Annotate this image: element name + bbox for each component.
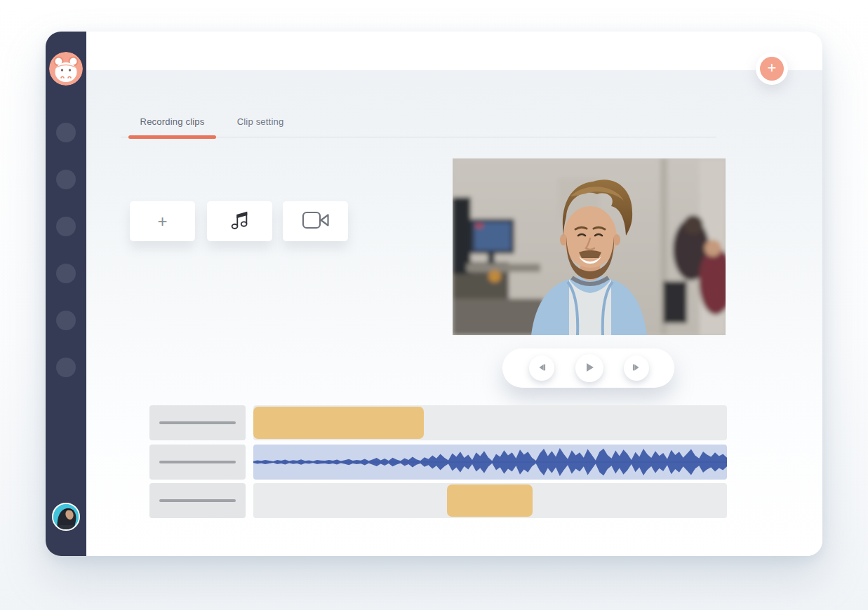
play-icon	[584, 362, 595, 375]
track-row-3	[149, 483, 727, 518]
main-panel: + Recording clips Clip setting +	[86, 32, 822, 556]
track-3-label	[149, 483, 246, 518]
sidebar-item-4[interactable]	[56, 264, 76, 283]
tab-clip-setting[interactable]: Clip setting	[223, 116, 298, 127]
music-note-icon	[230, 210, 250, 233]
sidebar-item-6[interactable]	[56, 358, 76, 377]
plus-icon: +	[157, 212, 167, 231]
track-row-1	[149, 405, 727, 440]
track-row-2	[149, 445, 727, 480]
user-avatar[interactable]	[52, 503, 80, 531]
track-label-placeholder	[159, 421, 236, 424]
sidebar-nav	[56, 123, 76, 405]
track-2-label	[149, 445, 246, 480]
track-1-label	[149, 405, 246, 440]
sidebar-item-5[interactable]	[56, 311, 76, 330]
app-window: { "colors": { "accent_orange": "#E8745C"…	[0, 0, 868, 610]
timeline-clip-video-1[interactable]	[253, 407, 424, 439]
plus-icon: +	[768, 57, 777, 79]
video-preview-image	[453, 158, 726, 335]
mascot-monkey-icon	[49, 52, 83, 86]
transport-bar	[502, 348, 674, 388]
track-label-placeholder	[159, 461, 236, 463]
sidebar-item-3[interactable]	[56, 217, 76, 236]
track-1-lane	[253, 405, 727, 440]
active-tab-underline	[128, 135, 216, 139]
header-bar	[86, 32, 822, 70]
sidebar-item-1[interactable]	[56, 123, 76, 142]
audio-waveform	[253, 445, 727, 480]
step-backward-icon	[537, 362, 547, 374]
step-backward-button[interactable]	[529, 355, 554, 381]
audio-waveform-clip[interactable]	[253, 445, 727, 480]
timeline-clip-video-2[interactable]	[447, 484, 533, 517]
step-forward-icon	[632, 362, 641, 374]
tab-recording-clips[interactable]: Recording clips	[128, 116, 216, 127]
add-video-button[interactable]	[283, 201, 348, 241]
fab-halo: +	[756, 53, 788, 85]
add-music-button[interactable]	[207, 201, 272, 241]
editor-card: + Recording clips Clip setting +	[46, 32, 822, 556]
waveform-path	[253, 448, 727, 476]
sidebar	[46, 32, 86, 556]
add-fab-button[interactable]: +	[760, 57, 784, 81]
video-camera-icon	[302, 211, 330, 231]
track-3-lane	[253, 483, 727, 518]
play-button[interactable]	[575, 354, 603, 382]
video-preview	[453, 158, 726, 335]
sidebar-item-2[interactable]	[56, 170, 76, 189]
add-clip-button[interactable]: +	[130, 201, 195, 241]
track-label-placeholder	[159, 499, 236, 502]
step-forward-button[interactable]	[624, 355, 649, 381]
